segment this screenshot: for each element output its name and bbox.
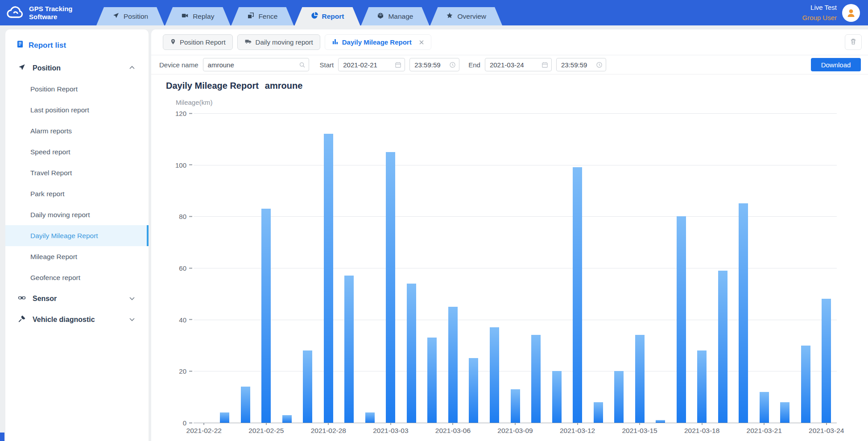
bar[interactable] xyxy=(241,387,250,423)
sidebar-item-travel-report[interactable]: Travel Report xyxy=(5,162,149,183)
user-name: Live Test xyxy=(802,3,837,13)
main-nav: Position Replay Fence Report Manage Over… xyxy=(96,0,503,25)
tab-daily-moving-report[interactable]: Daily moving report xyxy=(237,34,320,50)
chevron-up-icon xyxy=(129,64,135,72)
x-tick-mark xyxy=(826,423,827,425)
y-tick-label: 40 xyxy=(179,316,194,323)
bar[interactable] xyxy=(718,271,727,423)
sidebar-item-dayily-mileage-report[interactable]: Dayily Mileage Report xyxy=(5,225,149,246)
bar[interactable] xyxy=(552,371,562,423)
bar[interactable] xyxy=(697,350,707,423)
y-tick-label: 0 xyxy=(183,419,194,427)
device-name-input[interactable] xyxy=(203,58,309,71)
x-tick-label: 2021-03-09 xyxy=(497,427,533,435)
page-corner-decoration xyxy=(0,433,4,441)
bar[interactable] xyxy=(511,389,520,423)
y-tick-label: 20 xyxy=(179,367,194,375)
x-tick-label: 2021-02-28 xyxy=(311,427,346,435)
x-tick-label: 2021-03-15 xyxy=(622,427,657,435)
bar[interactable] xyxy=(303,350,312,423)
clear-tabs-button[interactable] xyxy=(845,34,862,50)
document-icon xyxy=(16,40,24,50)
end-date-input[interactable] xyxy=(485,58,552,71)
sidebar-item-position-report[interactable]: Position Report xyxy=(5,78,149,99)
bar[interactable] xyxy=(344,276,354,423)
sidebar-item-daily-moving-report[interactable]: Daily moving report xyxy=(5,204,149,225)
tab-position-report[interactable]: Position Report xyxy=(163,34,233,50)
video-camera-icon xyxy=(181,12,189,21)
nav-tab-label: Fence xyxy=(258,12,277,21)
download-button[interactable]: Download xyxy=(811,58,861,71)
bar[interactable] xyxy=(386,152,395,423)
y-tick-mark xyxy=(189,422,192,423)
sidebar-item-speed-report[interactable]: Speed report xyxy=(5,141,149,162)
start-date-input[interactable] xyxy=(338,58,405,71)
bar[interactable] xyxy=(760,392,769,423)
bar[interactable] xyxy=(407,284,416,423)
sidebar-section-position[interactable]: Position xyxy=(5,58,149,78)
end-time-input[interactable] xyxy=(556,58,606,71)
bar[interactable] xyxy=(656,420,665,423)
bar[interactable] xyxy=(635,335,645,423)
bar[interactable] xyxy=(780,402,789,423)
bar[interactable] xyxy=(365,412,375,423)
sidebar-item-last-position-report[interactable]: Last position report xyxy=(5,99,149,120)
nav-tab-overview[interactable]: Overview xyxy=(430,7,502,25)
mileage-bar-chart: 0204060801001202021-02-222021-02-252021-… xyxy=(194,113,837,423)
paper-plane-icon xyxy=(18,63,26,73)
report-sidebar: Report list Position Position Report Las… xyxy=(5,29,149,441)
bar[interactable] xyxy=(490,327,499,423)
y-axis-title: Mileage(km) xyxy=(176,99,868,106)
x-tick-mark xyxy=(702,423,703,425)
tab-dayily-mileage-report[interactable]: Dayily Mileage Report xyxy=(325,34,431,50)
bar[interactable] xyxy=(324,134,333,423)
start-time-input[interactable] xyxy=(409,58,459,71)
bar-chart-icon xyxy=(332,38,339,46)
link-icon xyxy=(18,294,26,304)
x-tick-label: 2021-03-03 xyxy=(373,427,408,435)
nav-tab-replay[interactable]: Replay xyxy=(165,7,230,25)
bar[interactable] xyxy=(739,203,748,423)
sidebar-item-geofence-report[interactable]: Geofence report xyxy=(5,267,149,288)
nav-tab-position[interactable]: Position xyxy=(96,7,164,25)
gridline xyxy=(194,165,837,165)
bar[interactable] xyxy=(448,307,458,423)
sidebar-section-sensor[interactable]: Sensor xyxy=(5,288,149,309)
bar[interactable] xyxy=(220,412,229,423)
bar[interactable] xyxy=(261,209,271,423)
chevron-down-icon xyxy=(129,295,135,303)
bar[interactable] xyxy=(822,299,831,423)
chevron-down-icon xyxy=(129,316,135,324)
bar[interactable] xyxy=(801,346,810,423)
x-tick-mark xyxy=(452,423,453,425)
nav-tab-label: Overview xyxy=(457,12,486,21)
avatar[interactable] xyxy=(842,4,860,22)
sidebar-item-alarm-reports[interactable]: Alarm reports xyxy=(5,120,149,141)
nav-tab-report[interactable]: Report xyxy=(295,7,360,25)
nav-tab-fence[interactable]: Fence xyxy=(231,7,293,25)
sidebar-section-vehicle-diagnostic[interactable]: Vehicle diagnostic xyxy=(5,309,149,330)
end-time-field xyxy=(556,58,606,71)
bar[interactable] xyxy=(531,335,541,423)
bar[interactable] xyxy=(594,402,603,423)
bar[interactable] xyxy=(614,371,624,423)
sidebar-item-mileage-report[interactable]: Mileage Report xyxy=(5,246,149,267)
bar[interactable] xyxy=(469,358,478,423)
y-tick-mark xyxy=(189,165,192,165)
chart-title: Dayily Mileage Reportamroune xyxy=(166,81,868,91)
x-tick-label: 2021-03-21 xyxy=(747,427,782,435)
y-tick-mark xyxy=(189,113,192,114)
nav-tab-manage[interactable]: Manage xyxy=(361,7,429,25)
bar[interactable] xyxy=(427,338,437,423)
close-tab-icon[interactable] xyxy=(419,40,424,45)
y-tick-mark xyxy=(189,371,192,371)
sidebar-item-park-report[interactable]: Park report xyxy=(5,183,149,204)
bar[interactable] xyxy=(677,216,686,423)
nav-tab-label: Manage xyxy=(388,12,413,21)
bar[interactable] xyxy=(573,167,582,423)
app-title: GPS TrackingSoftware xyxy=(29,5,73,21)
gridline xyxy=(194,113,837,114)
x-tick-mark xyxy=(328,423,329,425)
bar[interactable] xyxy=(282,415,292,423)
x-tick-label: 2021-03-12 xyxy=(560,427,595,435)
